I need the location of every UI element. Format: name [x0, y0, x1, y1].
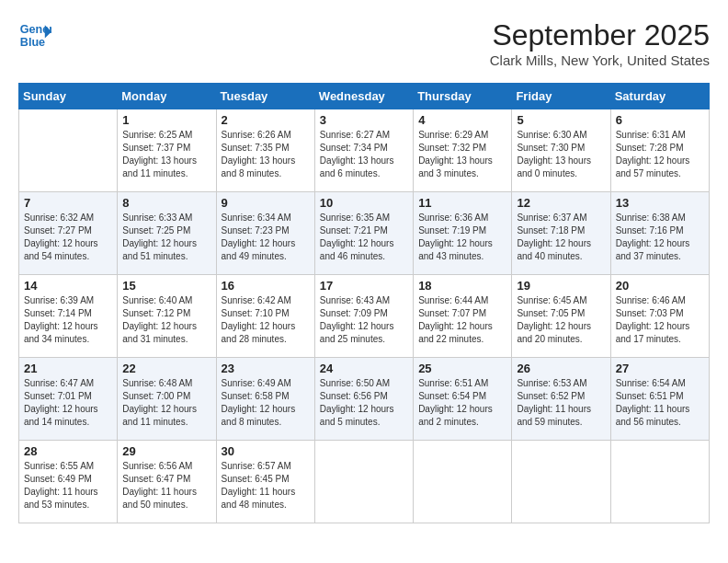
day-info: Sunrise: 6:53 AM Sunset: 6:52 PM Dayligh… — [517, 377, 605, 429]
calendar-cell: 28Sunrise: 6:55 AM Sunset: 6:49 PM Dayli… — [19, 441, 118, 523]
calendar-cell: 2Sunrise: 6:26 AM Sunset: 7:35 PM Daylig… — [216, 109, 314, 192]
day-number: 21 — [24, 362, 112, 375]
day-number: 28 — [24, 444, 112, 458]
day-number: 12 — [517, 196, 605, 210]
calendar-cell: 12Sunrise: 6:37 AM Sunset: 7:18 PM Dayli… — [512, 192, 610, 275]
calendar-table: SundayMondayTuesdayWednesdayThursdayFrid… — [18, 83, 710, 523]
weekday-header-thursday: Thursday — [414, 84, 512, 109]
weekday-header-monday: Monday — [118, 84, 216, 109]
day-info: Sunrise: 6:35 AM Sunset: 7:21 PM Dayligh… — [320, 212, 408, 263]
logo: General Blue — [18, 18, 51, 52]
day-info: Sunrise: 6:39 AM Sunset: 7:14 PM Dayligh… — [24, 294, 112, 346]
day-info: Sunrise: 6:56 AM Sunset: 6:47 PM Dayligh… — [122, 460, 210, 511]
day-number: 9 — [222, 196, 310, 210]
day-info: Sunrise: 6:48 AM Sunset: 7:00 PM Dayligh… — [122, 377, 210, 429]
day-number: 4 — [418, 113, 506, 127]
day-info: Sunrise: 6:40 AM Sunset: 7:12 PM Dayligh… — [122, 294, 210, 346]
day-info: Sunrise: 6:43 AM Sunset: 7:09 PM Dayligh… — [320, 294, 408, 346]
calendar-cell — [314, 441, 413, 523]
calendar-cell: 13Sunrise: 6:38 AM Sunset: 7:16 PM Dayli… — [610, 192, 709, 275]
day-info: Sunrise: 6:26 AM Sunset: 7:35 PM Dayligh… — [222, 129, 310, 180]
day-number: 27 — [616, 362, 704, 375]
calendar-cell: 16Sunrise: 6:42 AM Sunset: 7:10 PM Dayli… — [216, 275, 314, 358]
day-info: Sunrise: 6:29 AM Sunset: 7:32 PM Dayligh… — [418, 129, 506, 180]
calendar-cell: 23Sunrise: 6:49 AM Sunset: 6:58 PM Dayli… — [216, 358, 314, 441]
day-number: 10 — [320, 196, 408, 210]
day-number: 20 — [616, 279, 704, 293]
calendar-cell: 29Sunrise: 6:56 AM Sunset: 6:47 PM Dayli… — [118, 441, 216, 523]
day-info: Sunrise: 6:31 AM Sunset: 7:28 PM Dayligh… — [616, 129, 704, 180]
calendar-cell: 22Sunrise: 6:48 AM Sunset: 7:00 PM Dayli… — [118, 358, 216, 441]
location: Clark Mills, New York, United States — [490, 52, 710, 68]
day-number: 22 — [122, 362, 210, 375]
day-number: 3 — [320, 113, 408, 127]
calendar-cell — [512, 441, 610, 523]
svg-text:Blue: Blue — [20, 36, 45, 49]
day-number: 30 — [222, 444, 310, 458]
day-number: 26 — [517, 362, 605, 375]
calendar-header: SundayMondayTuesdayWednesdayThursdayFrid… — [19, 84, 710, 109]
day-number: 1 — [122, 113, 210, 127]
calendar-cell: 14Sunrise: 6:39 AM Sunset: 7:14 PM Dayli… — [19, 275, 118, 358]
calendar-cell: 18Sunrise: 6:44 AM Sunset: 7:07 PM Dayli… — [414, 275, 512, 358]
day-info: Sunrise: 6:44 AM Sunset: 7:07 PM Dayligh… — [418, 294, 506, 346]
day-info: Sunrise: 6:30 AM Sunset: 7:30 PM Dayligh… — [517, 129, 605, 180]
day-number: 8 — [122, 196, 210, 210]
calendar-cell — [610, 441, 709, 523]
day-number: 14 — [24, 279, 112, 293]
day-info: Sunrise: 6:36 AM Sunset: 7:19 PM Dayligh… — [418, 212, 506, 263]
calendar-cell: 7Sunrise: 6:32 AM Sunset: 7:27 PM Daylig… — [19, 192, 118, 275]
day-info: Sunrise: 6:47 AM Sunset: 7:01 PM Dayligh… — [24, 377, 112, 429]
day-number: 2 — [222, 113, 310, 127]
day-info: Sunrise: 6:55 AM Sunset: 6:49 PM Dayligh… — [24, 460, 112, 511]
day-info: Sunrise: 6:42 AM Sunset: 7:10 PM Dayligh… — [222, 294, 310, 346]
title-block: September 2025 Clark Mills, New York, Un… — [490, 18, 710, 68]
day-number: 19 — [517, 279, 605, 293]
calendar-cell: 26Sunrise: 6:53 AM Sunset: 6:52 PM Dayli… — [512, 358, 610, 441]
day-info: Sunrise: 6:27 AM Sunset: 7:34 PM Dayligh… — [320, 129, 408, 180]
day-number: 18 — [418, 279, 506, 293]
weekday-header-tuesday: Tuesday — [216, 84, 314, 109]
day-number: 29 — [122, 444, 210, 458]
page-header: General Blue September 2025 Clark Mills,… — [18, 18, 710, 68]
day-info: Sunrise: 6:54 AM Sunset: 6:51 PM Dayligh… — [616, 377, 704, 429]
day-info: Sunrise: 6:57 AM Sunset: 6:45 PM Dayligh… — [222, 460, 310, 511]
day-number: 24 — [320, 362, 408, 375]
day-info: Sunrise: 6:37 AM Sunset: 7:18 PM Dayligh… — [517, 212, 605, 263]
calendar-cell: 8Sunrise: 6:33 AM Sunset: 7:25 PM Daylig… — [118, 192, 216, 275]
calendar-cell: 6Sunrise: 6:31 AM Sunset: 7:28 PM Daylig… — [610, 109, 709, 192]
weekday-header-friday: Friday — [512, 84, 610, 109]
calendar-cell: 15Sunrise: 6:40 AM Sunset: 7:12 PM Dayli… — [118, 275, 216, 358]
day-info: Sunrise: 6:33 AM Sunset: 7:25 PM Dayligh… — [122, 212, 210, 263]
day-info: Sunrise: 6:25 AM Sunset: 7:37 PM Dayligh… — [122, 129, 210, 180]
logo-icon: General Blue — [18, 18, 51, 52]
weekday-header-wednesday: Wednesday — [314, 84, 413, 109]
day-number: 23 — [222, 362, 310, 375]
day-info: Sunrise: 6:34 AM Sunset: 7:23 PM Dayligh… — [222, 212, 310, 263]
calendar-cell: 25Sunrise: 6:51 AM Sunset: 6:54 PM Dayli… — [414, 358, 512, 441]
calendar-cell: 3Sunrise: 6:27 AM Sunset: 7:34 PM Daylig… — [314, 109, 413, 192]
calendar-cell — [19, 109, 118, 192]
day-info: Sunrise: 6:50 AM Sunset: 6:56 PM Dayligh… — [320, 377, 408, 429]
day-info: Sunrise: 6:45 AM Sunset: 7:05 PM Dayligh… — [517, 294, 605, 346]
calendar-cell: 9Sunrise: 6:34 AM Sunset: 7:23 PM Daylig… — [216, 192, 314, 275]
calendar-cell: 27Sunrise: 6:54 AM Sunset: 6:51 PM Dayli… — [610, 358, 709, 441]
day-info: Sunrise: 6:49 AM Sunset: 6:58 PM Dayligh… — [222, 377, 310, 429]
calendar-cell — [414, 441, 512, 523]
day-number: 13 — [616, 196, 704, 210]
calendar-cell: 11Sunrise: 6:36 AM Sunset: 7:19 PM Dayli… — [414, 192, 512, 275]
day-number: 16 — [222, 279, 310, 293]
day-number: 25 — [418, 362, 506, 375]
month-title: September 2025 — [490, 18, 710, 52]
day-number: 15 — [122, 279, 210, 293]
day-info: Sunrise: 6:46 AM Sunset: 7:03 PM Dayligh… — [616, 294, 704, 346]
calendar-cell: 20Sunrise: 6:46 AM Sunset: 7:03 PM Dayli… — [610, 275, 709, 358]
calendar-cell: 19Sunrise: 6:45 AM Sunset: 7:05 PM Dayli… — [512, 275, 610, 358]
calendar-cell: 30Sunrise: 6:57 AM Sunset: 6:45 PM Dayli… — [216, 441, 314, 523]
calendar-cell: 4Sunrise: 6:29 AM Sunset: 7:32 PM Daylig… — [414, 109, 512, 192]
day-info: Sunrise: 6:38 AM Sunset: 7:16 PM Dayligh… — [616, 212, 704, 263]
calendar-cell: 1Sunrise: 6:25 AM Sunset: 7:37 PM Daylig… — [118, 109, 216, 192]
calendar-cell: 24Sunrise: 6:50 AM Sunset: 6:56 PM Dayli… — [314, 358, 413, 441]
calendar-cell: 21Sunrise: 6:47 AM Sunset: 7:01 PM Dayli… — [19, 358, 118, 441]
day-number: 11 — [418, 196, 506, 210]
